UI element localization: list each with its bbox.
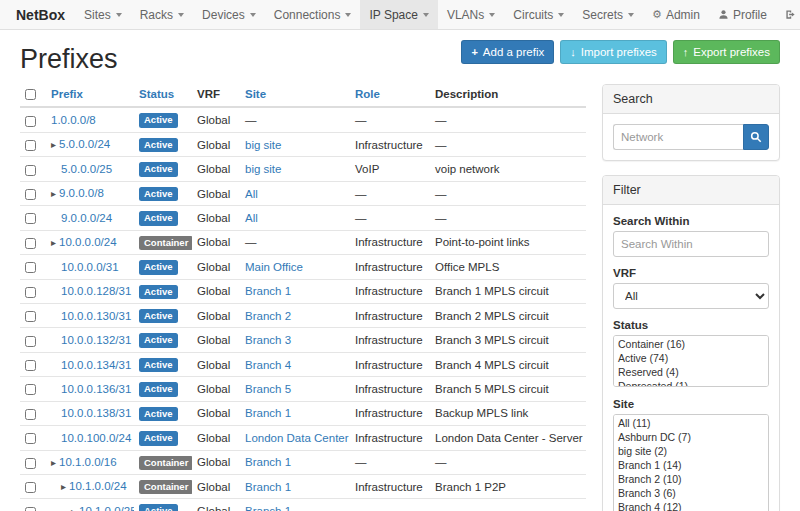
search-input[interactable] bbox=[613, 124, 743, 150]
expand-arrow-icon: ▸ bbox=[51, 237, 56, 248]
filter-option[interactable]: Reserved (4) bbox=[615, 365, 767, 379]
nav-item-label: Secrets bbox=[582, 8, 623, 22]
filter-option[interactable]: All (11) bbox=[615, 416, 767, 430]
site-link[interactable]: Branch 1 bbox=[245, 505, 291, 511]
row-checkbox[interactable] bbox=[25, 458, 36, 469]
site-empty: — bbox=[245, 114, 257, 126]
site-link[interactable]: All bbox=[245, 188, 258, 200]
row-checkbox[interactable] bbox=[25, 336, 36, 347]
search-icon bbox=[750, 131, 762, 143]
nav-item-log-out[interactable]: Log out bbox=[776, 0, 800, 29]
column-header-status[interactable]: Status bbox=[134, 82, 192, 107]
prefix-link[interactable]: 9.0.0.0/8 bbox=[59, 187, 104, 199]
site-link[interactable]: Main Office bbox=[245, 261, 303, 273]
prefix-link[interactable]: 10.0.0.134/31 bbox=[61, 359, 131, 371]
row-checkbox[interactable] bbox=[25, 262, 36, 273]
vrf-cell: Global bbox=[192, 426, 240, 450]
site-link[interactable]: big site bbox=[245, 163, 281, 175]
prefix-link[interactable]: 10.0.0.132/31 bbox=[61, 334, 131, 346]
nav-item-label: Devices bbox=[202, 8, 245, 22]
nav-item-devices[interactable]: Devices bbox=[193, 0, 265, 29]
nav-item-connections[interactable]: Connections bbox=[265, 0, 361, 29]
prefix-link[interactable]: 10.0.0.0/24 bbox=[59, 236, 117, 248]
prefix-link[interactable]: 10.0.100.0/24 bbox=[61, 432, 131, 444]
nav-item-secrets[interactable]: Secrets bbox=[573, 0, 643, 29]
prefix-link[interactable]: 5.0.0.0/25 bbox=[61, 163, 112, 175]
add-a-prefix-button[interactable]: +Add a prefix bbox=[461, 40, 554, 64]
row-checkbox[interactable] bbox=[25, 287, 36, 298]
status-label: Status bbox=[613, 319, 769, 331]
export-prefixes-button[interactable]: ↑Export prefixes bbox=[673, 40, 780, 64]
prefix-link[interactable]: 10.1.0.0/16 bbox=[59, 456, 117, 468]
filter-option[interactable]: Container (16) bbox=[615, 337, 767, 351]
nav-item-admin[interactable]: ⚙Admin bbox=[643, 0, 709, 29]
site-link[interactable]: big site bbox=[245, 139, 281, 151]
site-link[interactable]: Branch 5 bbox=[245, 383, 291, 395]
row-checkbox[interactable] bbox=[25, 165, 36, 176]
row-checkbox[interactable] bbox=[25, 140, 36, 151]
column-header-role[interactable]: Role bbox=[350, 82, 430, 107]
description-cell: — bbox=[430, 181, 586, 205]
site-link[interactable]: Branch 3 bbox=[245, 334, 291, 346]
prefix-link[interactable]: 1.0.0.0/8 bbox=[51, 114, 96, 126]
row-checkbox[interactable] bbox=[25, 311, 36, 322]
site-multiselect[interactable]: All (11)Ashburn DC (7)big site (2)Branch… bbox=[613, 414, 769, 511]
search-button[interactable] bbox=[743, 124, 769, 150]
row-checkbox[interactable] bbox=[25, 238, 36, 249]
filter-option[interactable]: Branch 3 (6) bbox=[615, 486, 767, 500]
filter-option[interactable]: Deprecated (1) bbox=[615, 379, 767, 387]
row-checkbox[interactable] bbox=[25, 116, 36, 127]
prefix-link[interactable]: 10.0.0.0/31 bbox=[61, 261, 119, 273]
nav-item-circuits[interactable]: Circuits bbox=[504, 0, 573, 29]
site-link[interactable]: Branch 1 bbox=[245, 456, 291, 468]
site-link[interactable]: Branch 4 bbox=[245, 359, 291, 371]
app-logo[interactable]: NetBox bbox=[6, 0, 75, 29]
filter-option[interactable]: Branch 2 (10) bbox=[615, 472, 767, 486]
filter-option[interactable]: Branch 4 (12) bbox=[615, 500, 767, 511]
table-row: 10.0.0.136/31ActiveGlobalBranch 5Infrast… bbox=[20, 377, 586, 401]
status-multiselect[interactable]: Container (16)Active (74)Reserved (4)Dep… bbox=[613, 335, 769, 387]
gear-icon: ⚙ bbox=[652, 9, 662, 20]
prefix-link[interactable]: 10.1.0.0/25 bbox=[79, 505, 134, 511]
site-link[interactable]: Branch 1 bbox=[245, 481, 291, 493]
prefix-link[interactable]: 10.0.0.138/31 bbox=[61, 407, 131, 419]
filter-option[interactable]: Ashburn DC (7) bbox=[615, 430, 767, 444]
chevron-down-icon bbox=[423, 13, 429, 17]
nav-item-sites[interactable]: Sites bbox=[75, 0, 131, 29]
prefix-link[interactable]: 10.0.0.130/31 bbox=[61, 310, 131, 322]
row-checkbox[interactable] bbox=[25, 360, 36, 371]
column-header-site[interactable]: Site bbox=[240, 82, 350, 107]
prefix-link[interactable]: 10.0.0.136/31 bbox=[61, 383, 131, 395]
row-checkbox[interactable] bbox=[25, 213, 36, 224]
row-checkbox[interactable] bbox=[25, 384, 36, 395]
row-checkbox[interactable] bbox=[25, 482, 36, 493]
role-cell: Infrastructure bbox=[350, 475, 430, 499]
prefix-link[interactable]: 10.0.0.128/31 bbox=[61, 285, 131, 297]
import-prefixes-button[interactable]: ↓Import prefixes bbox=[560, 40, 667, 64]
column-header-prefix[interactable]: Prefix bbox=[46, 82, 134, 107]
vrf-cell: Global bbox=[192, 475, 240, 499]
row-checkbox[interactable] bbox=[25, 189, 36, 200]
site-link[interactable]: All bbox=[245, 212, 258, 224]
vrf-select[interactable]: All bbox=[613, 283, 769, 309]
site-link[interactable]: Branch 2 bbox=[245, 310, 291, 322]
row-checkbox[interactable] bbox=[25, 409, 36, 420]
filter-option[interactable]: Active (74) bbox=[615, 351, 767, 365]
prefix-link[interactable]: 5.0.0.0/24 bbox=[59, 138, 110, 150]
nav-item-profile[interactable]: Profile bbox=[709, 0, 776, 29]
site-link[interactable]: Branch 1 bbox=[245, 285, 291, 297]
site-link[interactable]: Branch 1 bbox=[245, 407, 291, 419]
filter-option[interactable]: big site (2) bbox=[615, 444, 767, 458]
nav-item-ip-space[interactable]: IP Space bbox=[360, 0, 437, 29]
row-checkbox[interactable] bbox=[25, 433, 36, 444]
nav-item-racks[interactable]: Racks bbox=[131, 0, 193, 29]
nav-item-label: IP Space bbox=[369, 8, 417, 22]
filter-option[interactable]: Branch 1 (14) bbox=[615, 458, 767, 472]
site-link[interactable]: London Data Center bbox=[245, 432, 349, 444]
search-within-input[interactable] bbox=[613, 231, 769, 257]
prefix-link[interactable]: 10.1.0.0/24 bbox=[69, 480, 127, 492]
nav-item-vlans[interactable]: VLANs bbox=[438, 0, 504, 29]
prefix-link[interactable]: 9.0.0.0/24 bbox=[61, 212, 112, 224]
row-checkbox[interactable] bbox=[25, 507, 36, 511]
select-all-checkbox[interactable] bbox=[25, 89, 36, 100]
